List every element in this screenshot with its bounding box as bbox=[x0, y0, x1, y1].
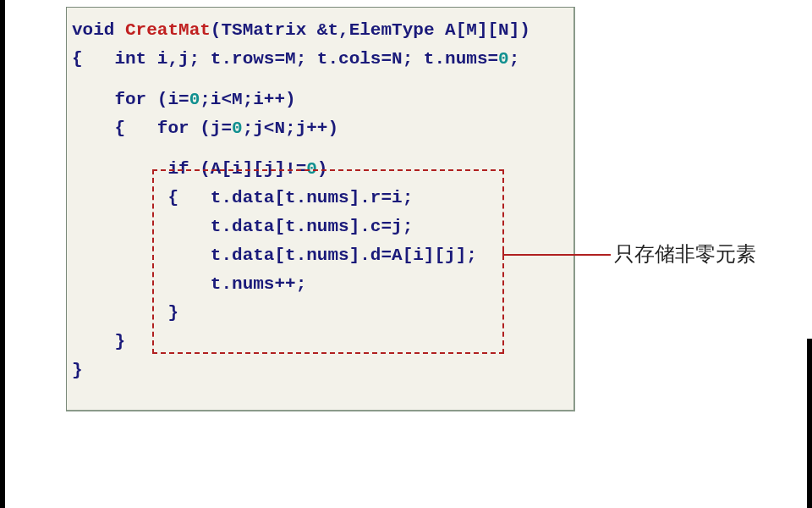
code-text: { for (j= bbox=[72, 119, 232, 138]
code-text: ) bbox=[317, 159, 328, 179]
code-line-10: } bbox=[72, 299, 565, 328]
code-text: { int i,j; t.rows=M; t.cols=N; t.nums= bbox=[72, 49, 498, 69]
code-text: t.nums++; bbox=[72, 274, 306, 294]
code-line-9: t.nums++; bbox=[72, 270, 565, 299]
number-literal: 0 bbox=[189, 90, 200, 109]
code-text: for (i= bbox=[72, 90, 189, 109]
number-literal: 0 bbox=[306, 159, 317, 179]
blank-line bbox=[72, 74, 565, 86]
code-line-4: { for (j=0;j<N;j++) bbox=[72, 114, 565, 143]
slide-canvas: void CreatMat(TSMatrix &t,ElemType A[M][… bbox=[0, 0, 812, 508]
number-literal: 0 bbox=[498, 49, 509, 69]
code-text: ; bbox=[509, 49, 520, 69]
code-text: ;i<M;i++) bbox=[200, 90, 295, 109]
code-line-3: for (i=0;i<M;i++) bbox=[72, 86, 565, 114]
code-text: void bbox=[72, 20, 125, 40]
code-text: } bbox=[72, 361, 83, 380]
code-text: t.data[t.nums].c=j; bbox=[72, 217, 413, 236]
callout-label: 只存储非零元素 bbox=[614, 240, 756, 268]
code-line-6: { t.data[t.nums].r=i; bbox=[72, 184, 565, 213]
callout-connector bbox=[504, 254, 611, 256]
code-line-12: } bbox=[72, 356, 565, 385]
blank-line bbox=[72, 143, 565, 155]
right-black-border bbox=[807, 339, 812, 508]
number-literal: 0 bbox=[232, 119, 243, 138]
code-text: ;j<N;j++) bbox=[243, 119, 338, 138]
code-line-8: t.data[t.nums].d=A[i][j]; bbox=[72, 241, 565, 270]
code-line-5: if (A[i][j]!=0) bbox=[72, 155, 565, 184]
code-text: { t.data[t.nums].r=i; bbox=[72, 188, 413, 207]
code-panel: void CreatMat(TSMatrix &t,ElemType A[M][… bbox=[66, 7, 575, 411]
function-name: CreatMat bbox=[125, 20, 211, 40]
code-line-7: t.data[t.nums].c=j; bbox=[72, 213, 565, 241]
code-line-1: void CreatMat(TSMatrix &t,ElemType A[M][… bbox=[72, 16, 565, 45]
code-text: (TSMatrix &t,ElemType A[M][N]) bbox=[211, 20, 530, 40]
code-text: } bbox=[72, 303, 178, 323]
left-black-border bbox=[0, 0, 5, 508]
code-text: t.data[t.nums].d=A[i][j]; bbox=[72, 246, 477, 265]
code-line-2: { int i,j; t.rows=M; t.cols=N; t.nums=0; bbox=[72, 45, 565, 74]
code-text: } bbox=[72, 332, 125, 351]
code-line-11: } bbox=[72, 328, 565, 356]
code-text: if (A[i][j]!= bbox=[72, 159, 306, 179]
